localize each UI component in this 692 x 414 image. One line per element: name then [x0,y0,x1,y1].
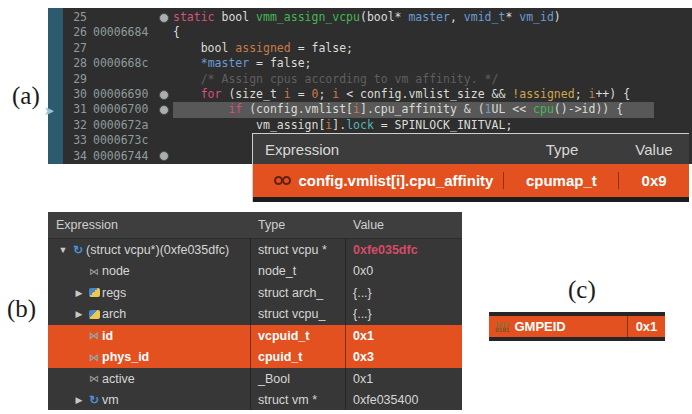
code-token: vmm_assign_vcpu [256,10,360,24]
code-token: vmid_t [464,10,506,24]
code-token: ]. [332,118,346,132]
variable-name: node [102,264,130,278]
variable-name: arch [102,307,126,321]
variable-glyph: ⋈ [89,373,99,384]
code-token: ; [575,87,589,101]
code-token: master [408,10,450,24]
code-token: bool [215,10,257,24]
variable-icon: ⋈ [86,330,102,341]
variable-value-cell: 0xfe035dfc [345,243,462,257]
code-line[interactable]: 27 bool assigned = false; [63,41,692,56]
code-token: i [284,87,291,101]
line-number[interactable]: 32 [69,118,87,133]
variables-column-type[interactable]: Type [250,218,345,232]
code-line[interactable]: 25static bool vmm_assign_vcpu(bool* mast… [63,10,692,25]
editor-gutter[interactable] [48,8,63,164]
column-divider[interactable] [250,238,251,410]
variable-row[interactable]: ⋈active_Bool0x1 [48,368,462,390]
variable-row[interactable]: ▶regsstruct arch_{...} [48,282,462,304]
variable-expression-cell: ⋈active [48,372,250,386]
watch-expression-text: config.vmlist[i].cpu_affinity [298,172,493,189]
variable-row[interactable]: ▼↻(struct vcpu*)(0xfe035dfc)struct vcpu … [48,239,462,261]
variable-name: id [102,329,113,343]
variable-type-cell: _Bool [250,372,345,386]
code-text: if (config.vmlist[i].cpu_affinity & (1UL… [173,102,654,117]
variable-value-cell: 0x0 [345,264,462,278]
expander-icon[interactable]: ▶ [72,288,86,298]
variable-value-cell: 0x1 [345,372,462,386]
struct-glyph [89,288,100,297]
variable-row[interactable]: ⋈idvcpuid_t0x1 [48,325,462,347]
code-token: if [173,102,242,116]
variable-glyph: ⋈ [89,330,99,341]
variable-expression-cell: ▶regs [48,286,250,300]
variable-type-cell: cpuid_t [250,350,345,364]
expander-icon[interactable]: ▶ [72,395,86,405]
breakpoint-icon[interactable] [155,90,173,100]
variables-column-expression[interactable]: Expression [48,218,250,232]
pointer-icon: ↻ [86,393,102,407]
line-number[interactable]: 29 [69,72,87,87]
watch-value-cell: 0x9 [619,172,689,189]
code-token: UL << [492,102,534,116]
line-number[interactable]: 25 [69,10,87,25]
pointer-glyph: ↻ [73,243,83,257]
variable-value-cell: {...} [345,286,462,300]
breakpoint-icon[interactable] [155,13,173,23]
code-token: 1 [485,102,492,116]
code-text: { [173,25,654,40]
line-number[interactable]: 31 [69,102,87,117]
breakpoint-icon[interactable] [155,151,173,161]
code-line[interactable]: 320000672a vm_assign[i].lock = SPINLOCK_… [63,118,692,133]
code-line[interactable]: 2600006684{ [63,25,692,40]
column-divider[interactable] [345,238,346,410]
line-number[interactable]: 28 [69,56,87,71]
variable-row[interactable]: ⋈nodenode_t0x0 [48,261,462,283]
popup-header-row: Expression Type Value [253,134,689,164]
code-line[interactable]: 29 /* Assign cpus according to vm affini… [63,72,692,87]
code-line[interactable]: 280000668c *master = false; [63,56,692,71]
code-text: /* Assign cpus according to vm affinity.… [173,72,654,87]
popup-column-value[interactable]: Value [619,141,689,158]
watch-expression-row[interactable]: config.vmlist[i].cpu_affinity cpumap_t 0… [253,164,689,197]
pointer-glyph: ↻ [89,393,99,407]
popup-column-type[interactable]: Type [505,141,619,158]
watch-icon [274,176,291,185]
code-line[interactable]: 3100006700 if (config.vmlist[i].cpu_affi… [63,102,692,117]
line-number[interactable]: 34 [69,149,87,164]
line-number[interactable]: 30 [69,87,87,102]
variable-expression-cell: ▶arch [48,307,250,321]
register-name: GMPEID [514,319,565,334]
code-token: *master [201,56,249,70]
breakpoint-dot-icon [159,13,169,23]
breakpoint-icon[interactable] [155,105,173,115]
line-address: 00006700 [93,102,155,117]
line-number[interactable]: 33 [69,133,87,148]
variable-expression-cell: ⋈phys_id [48,350,250,364]
code-token [173,56,201,70]
variables-column-value[interactable]: Value [345,218,462,232]
variable-row[interactable]: ▶archstruct vcpu_{...} [48,304,462,326]
variable-glyph: ⋈ [89,266,99,277]
variable-row[interactable]: ⋈phys_idcpuid_t0x3 [48,347,462,369]
variable-icon: ⋈ [86,266,102,277]
code-token: * [505,10,519,24]
variable-row[interactable]: ▶↻vmstruct vm *0xfe035400 [48,390,462,412]
code-line[interactable]: 3000006690 for (size_t i = 0; i < config… [63,87,692,102]
code-token: assigned [235,41,290,55]
line-number[interactable]: 26 [69,25,87,40]
variable-glyph: ⋈ [89,352,99,363]
code-token: , [450,10,464,24]
popup-column-expression[interactable]: Expression [253,141,505,158]
code-token: vm_assign[ [173,118,325,132]
struct-icon [86,310,102,319]
expander-icon[interactable]: ▶ [72,309,86,319]
code-token: = false; [249,56,311,70]
variable-type-cell: node_t [250,264,345,278]
figure-canvas: (a) ➤ 25static bool vmm_assign_vcpu(bool… [0,0,692,414]
code-token: (config.vmlist[ [242,102,353,116]
struct-icon [86,288,102,297]
line-number[interactable]: 27 [69,41,87,56]
expander-icon[interactable]: ▼ [56,245,70,255]
register-row-gmpeid[interactable]: 10100101 GMPEID 0x1 [489,312,665,341]
